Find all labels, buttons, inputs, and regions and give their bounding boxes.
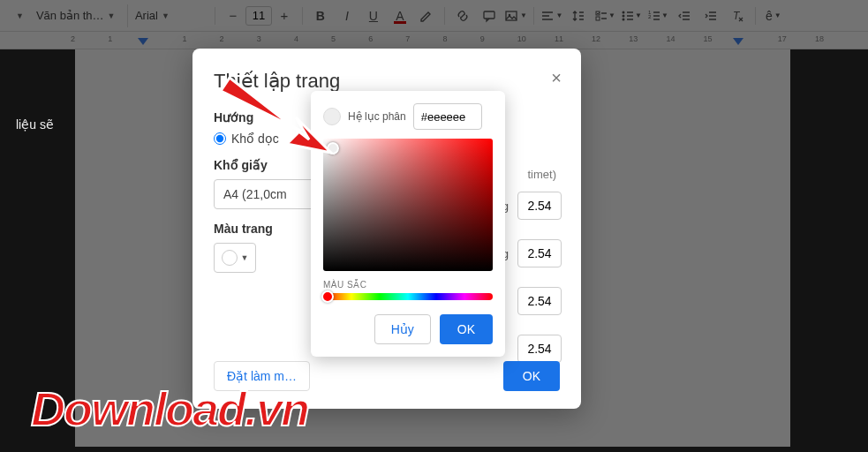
close-button[interactable]: × [551,68,562,88]
hex-input[interactable] [413,103,482,130]
background-text: liệu sẽ [16,117,54,132]
margin-left-input[interactable] [517,287,562,315]
sv-handle[interactable] [327,142,339,154]
picker-cancel-button[interactable]: Hủy [374,314,431,344]
paper-size-dropdown[interactable] [214,179,320,209]
hue-slider[interactable] [323,293,493,300]
dialog-title: Thiết lập trang [214,70,560,93]
picker-ok-button[interactable]: OK [440,314,493,344]
hue-label: MÀU SẮC [323,280,493,290]
dialog-ok-button[interactable]: OK [503,361,560,391]
hex-label: Hệ lục phân [348,110,406,123]
color-picker-panel: Hệ lục phân MÀU SẮC Hủy OK [311,91,505,357]
portrait-radio-input[interactable] [214,132,226,145]
margin-top-input[interactable] [517,192,562,220]
color-preview-swatch [323,108,341,125]
set-default-button[interactable]: Đặt làm m… [214,361,310,391]
page-color-swatch [222,250,238,266]
margin-bottom-input[interactable] [517,239,562,267]
page-color-button[interactable]: ▼ [214,243,256,273]
hue-handle[interactable] [321,290,334,303]
dialog-footer: Đặt làm m… OK [214,361,560,391]
margin-right-input[interactable] [517,335,562,363]
margins-unit: timet) [528,168,557,181]
saturation-value-area[interactable] [323,139,493,271]
